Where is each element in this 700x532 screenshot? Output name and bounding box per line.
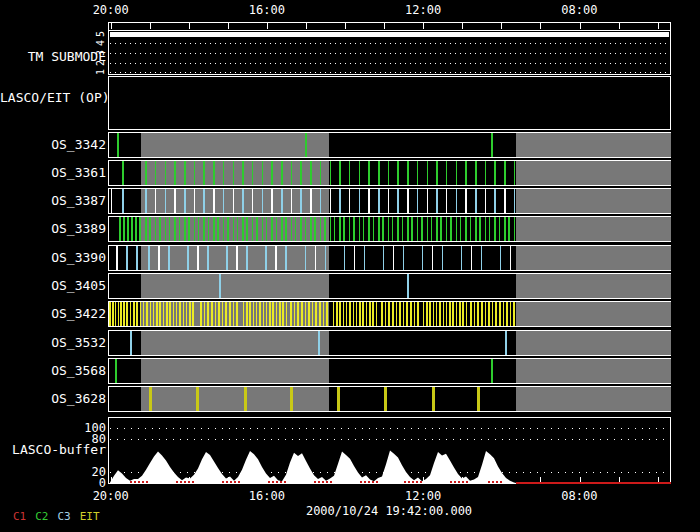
event-tick [291,161,293,185]
os-row [108,330,671,356]
event-tick [126,302,128,326]
event-tick [475,161,477,185]
c1-event-mark [238,481,240,483]
event-tick [192,302,194,326]
event-tick [158,246,160,270]
event-tick [320,217,322,241]
tm-submode-level-bar [110,32,669,37]
event-tick [149,387,152,411]
hour-tick [580,477,581,482]
event-tick [143,302,145,326]
event-tick [183,302,185,326]
event-tick [475,217,477,241]
event-tick [275,246,277,270]
legend-item-c1: C1 [13,510,26,523]
event-tick [481,302,483,326]
event-tick [203,217,205,241]
event-tick [407,274,409,298]
os-row-label: OS_3389 [0,222,106,236]
event-tick [118,302,120,326]
event-tick [242,161,244,185]
event-tick [308,302,310,326]
telemetry-gap-band [516,189,671,213]
event-tick [112,302,114,326]
event-tick [422,246,424,270]
event-tick [184,189,186,213]
event-tick [253,302,255,326]
c1-event-mark [416,481,418,483]
hour-tick [345,477,346,482]
event-tick [244,387,247,411]
event-tick [115,302,117,326]
event-tick [388,217,390,241]
telemetry-gap-band [516,302,671,326]
event-tick [452,302,454,326]
c1-event-mark [184,481,186,483]
event-tick [310,189,312,213]
telemetry-gap-band [141,331,329,355]
event-tick [148,246,150,270]
event-tick [477,302,479,326]
event-tick [443,302,445,326]
time-axis-label: 16:00 [249,4,285,17]
event-tick [489,217,491,241]
event-tick [315,246,317,270]
event-tick [282,302,284,326]
event-tick [385,302,387,326]
time-axis-label: 16:00 [249,490,285,503]
os-row [108,216,671,242]
event-tick [465,217,467,241]
event-tick [174,189,176,213]
event-tick [364,246,366,270]
hour-tick [580,23,581,29]
lasco-eit-op-panel [108,76,671,130]
tm-submode-label: TM SUBMODE [0,50,106,64]
event-tick [510,246,512,270]
hour-tick [228,477,229,482]
event-tick [256,217,258,241]
event-tick [346,302,348,326]
event-tick [272,302,274,326]
event-tick [376,302,378,326]
event-tick [349,189,351,213]
event-tick [323,302,325,326]
event-tick [353,217,355,241]
event-tick [368,161,370,185]
hour-tick [189,23,190,29]
c1-event-mark [230,481,232,483]
event-tick [262,217,264,241]
event-tick [187,246,189,270]
event-tick [145,161,147,185]
event-tick [252,189,254,213]
event-tick [290,387,293,411]
event-tick [359,302,361,326]
tm-submode-gridline [110,43,669,44]
event-tick [349,302,351,326]
instrument-legend: C1C2C3EIT [13,511,109,523]
os-row [108,273,671,299]
event-tick [119,217,121,241]
time-axis-label: 20:00 [93,490,129,503]
event-tick [165,217,167,241]
os-row [108,301,671,327]
buffer-ytick-label: 0 [68,477,106,489]
legend-item-c3: C3 [58,510,71,523]
event-tick [426,302,428,326]
event-tick [436,189,438,213]
os-row [108,245,671,271]
event-tick [200,302,202,326]
event-tick [233,217,235,241]
event-tick [326,302,328,326]
event-tick [300,161,302,185]
lasco-eit-op-label: LASCO/EIT (OP) [0,91,106,105]
c1-event-mark [276,481,278,483]
event-tick [417,217,419,241]
event-tick [417,189,419,213]
tm-submode-panel [108,30,671,75]
event-tick [466,302,468,326]
telemetry-gap-band [141,274,329,298]
c1-event-mark [226,481,228,483]
event-tick [159,217,161,241]
event-tick [194,161,196,185]
event-tick [136,302,138,326]
